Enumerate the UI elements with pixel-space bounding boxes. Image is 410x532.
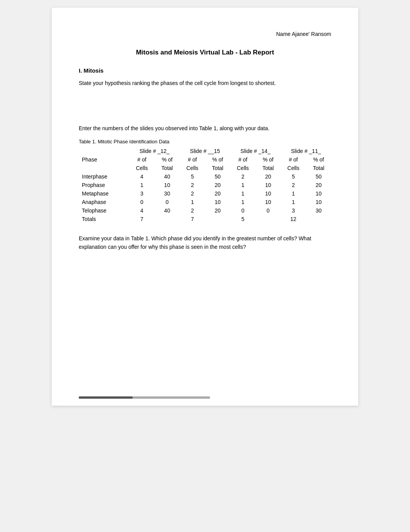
mitotic-phase-table: Slide # _12_ Slide # __15 Slide # _14_ S… [79,147,331,223]
data-cell: 1 [230,189,255,198]
phase-subheader: Phase [79,155,129,164]
slide15-header: Slide # __15 [180,147,230,155]
data-cell: 30 [306,206,331,215]
data-cell: 4 [129,206,154,215]
phase-col-header [79,147,129,155]
data-cell: 50 [205,172,230,181]
table-row: Telophase44022000330 [79,206,331,215]
table-row: Interphase440550220550 [79,172,331,181]
phase-name-cell: Totals [79,215,129,223]
data-cell: 10 [154,181,180,189]
hypothesis-answer-area [79,93,331,124]
data-cell: 5 [230,215,255,223]
data-cell [205,215,230,223]
s12-total-label: Total [154,164,180,172]
data-cell: 10 [205,198,230,206]
data-cell: 0 [256,206,281,215]
data-cell: 2 [180,181,205,189]
data-cell [256,215,281,223]
data-cell: 20 [205,181,230,189]
s14-cells-label: Cells [230,164,255,172]
data-cell: 20 [306,181,331,189]
data-cell: 20 [205,189,230,198]
s14-pct-header: % of [256,155,281,164]
data-cell: 2 [281,181,306,189]
phase-name-cell: Prophase [79,181,129,189]
s12-num-header: # of [129,155,154,164]
table-row: Anaphase00110110110 [79,198,331,206]
data-cell: 2 [230,172,255,181]
data-cell: 4 [129,172,154,181]
s12-cells-label: Cells [129,164,154,172]
phase-name-cell: Metaphase [79,189,129,198]
s11-pct-header: % of [306,155,331,164]
examine-prompt: Examine your data in Table 1. Which phas… [79,234,331,252]
data-cell: 40 [154,172,180,181]
data-cell: 1 [281,198,306,206]
data-cell: 0 [230,206,255,215]
data-cell: 20 [205,206,230,215]
data-cell: 0 [154,198,180,206]
document-title: Mitosis and Meiosis Virtual Lab - Lab Re… [79,49,331,56]
data-cell [306,215,331,223]
hypothesis-prompt: State your hypothesis ranking the phases… [79,79,331,87]
section1-heading-text: I. Mitosis [79,67,103,74]
data-cell: 10 [256,198,281,206]
table-row: Metaphase330220110110 [79,189,331,198]
data-cell: 40 [154,206,180,215]
s11-total-label: Total [306,164,331,172]
data-cell: 2 [180,189,205,198]
examine-prompt-text: Examine your data in Table 1. Which phas… [79,235,311,250]
s12-pct-header: % of [154,155,180,164]
footer-bar-light [133,396,210,399]
data-cell: 30 [154,189,180,198]
data-cell: 10 [306,198,331,206]
data-cell: 1 [230,198,255,206]
data-cell [154,215,180,223]
document-page: Name Ajanee' Ransom Mitosis and Meiosis … [52,8,358,406]
data-prompt: Enter the numbers of the slides you obse… [79,124,331,133]
s14-num-header: # of [230,155,255,164]
data-cell: 10 [306,189,331,198]
data-cell: 0 [129,198,154,206]
table-label-text: Table 1. Mitotic Phase Identification Da… [79,139,169,144]
s15-cells-label: Cells [180,164,205,172]
name-label: Name Ajanee' Ransom [276,31,331,37]
title-text: Mitosis and Meiosis Virtual Lab - Lab Re… [136,49,274,56]
slide14-header: Slide # _14_ [230,147,281,155]
data-cell: 3 [281,206,306,215]
table-row: Totals77512 [79,215,331,223]
s14-total-label: Total [256,164,281,172]
s15-num-header: # of [180,155,205,164]
data-cell: 7 [180,215,205,223]
s15-pct-header: % of [205,155,230,164]
data-cell: 10 [256,181,281,189]
data-cell: 20 [256,172,281,181]
data-cell: 2 [180,206,205,215]
hypothesis-prompt-text: State your hypothesis ranking the phases… [79,80,276,86]
slide11-header: Slide # _11_ [281,147,331,155]
data-cell: 50 [306,172,331,181]
s15-total-label: Total [205,164,230,172]
phase-blank [79,164,129,172]
section1-heading: I. Mitosis [79,67,331,74]
table-label: Table 1. Mitotic Phase Identification Da… [79,139,331,144]
data-cell: 5 [180,172,205,181]
table-row: Prophase110220110220 [79,181,331,189]
phase-name-cell: Telophase [79,206,129,215]
data-cell: 1 [281,189,306,198]
slide12-header: Slide # _12_ [129,147,180,155]
data-cell: 1 [180,198,205,206]
data-cell: 1 [230,181,255,189]
data-cell: 1 [129,181,154,189]
phase-name-cell: Anaphase [79,198,129,206]
name-line: Name Ajanee' Ransom [79,31,331,37]
data-cell: 5 [281,172,306,181]
footer-bar-dark [79,396,133,399]
s11-cells-label: Cells [281,164,306,172]
phase-name-cell: Interphase [79,172,129,181]
data-cell: 12 [281,215,306,223]
data-prompt-text: Enter the numbers of the slides you obse… [79,125,269,131]
data-cell: 3 [129,189,154,198]
data-cell: 7 [129,215,154,223]
